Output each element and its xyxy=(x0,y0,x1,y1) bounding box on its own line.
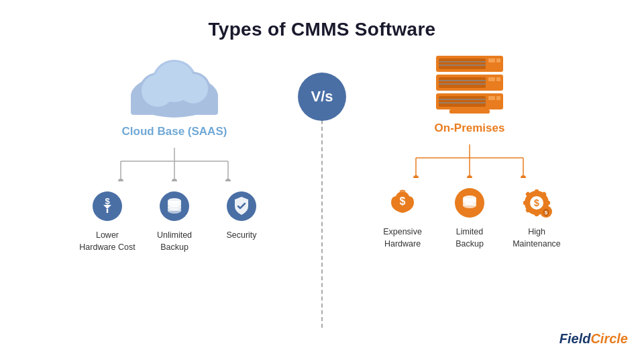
svg-rect-38 xyxy=(496,77,500,81)
database-limited-icon xyxy=(451,185,488,221)
svg-rect-67 xyxy=(545,201,550,205)
svg-text:$: $ xyxy=(534,197,539,208)
brand-circle-text: Circle xyxy=(590,331,628,347)
server-features: $ ExpensiveHardware xyxy=(372,185,567,250)
feature-unlimited-backup: UnlimitedBackup xyxy=(144,188,205,253)
svg-text:$: $ xyxy=(105,196,110,206)
on-premises-section: On-Premises xyxy=(362,52,577,250)
svg-rect-42 xyxy=(439,96,486,107)
svg-rect-66 xyxy=(523,201,528,205)
gear-dollar-icon: $ $ xyxy=(519,185,555,221)
svg-rect-44 xyxy=(496,96,500,100)
shield-check-icon xyxy=(223,188,260,224)
svg-point-13 xyxy=(118,179,123,181)
database-icon xyxy=(156,188,193,224)
feature-security-label: Security xyxy=(226,230,256,242)
dollar-bag-icon: $ xyxy=(384,185,421,221)
brand-field-text: Field xyxy=(559,331,591,347)
feature-limited-backup: LimitedBackup xyxy=(439,185,500,250)
svg-point-55 xyxy=(521,175,526,178)
svg-rect-64 xyxy=(535,189,539,194)
svg-point-27 xyxy=(168,208,181,214)
vs-label: V/s xyxy=(311,88,333,105)
server-icon xyxy=(429,52,510,116)
svg-point-62 xyxy=(463,203,476,208)
on-premises-label: On-Premises xyxy=(435,122,505,135)
feature-lower-hardware-cost-label: LowerHardware Cost xyxy=(79,230,135,253)
svg-rect-31 xyxy=(488,58,495,62)
svg-point-7 xyxy=(178,74,208,103)
feature-high-maintenance-label: HighMaintenance xyxy=(513,226,561,250)
feature-expensive-hardware-label: ExpensiveHardware xyxy=(383,226,422,250)
page: Types of CMMS Software Cloud xyxy=(0,0,644,356)
feature-lower-hardware-cost: $ LowerHardware Cost xyxy=(77,188,138,253)
svg-point-54 xyxy=(467,175,472,178)
svg-point-14 xyxy=(172,179,177,181)
cloud-base-section: Cloud Base (SAAS) xyxy=(67,52,282,253)
svg-rect-65 xyxy=(535,212,539,216)
svg-rect-43 xyxy=(488,96,495,100)
feature-high-maintenance: $ $ HighMaintenance xyxy=(506,185,567,250)
svg-rect-37 xyxy=(488,77,495,81)
dollar-down-icon: $ xyxy=(89,188,125,224)
cloud-branch: $ LowerHardware Cost xyxy=(67,148,282,253)
page-title: Types of CMMS Software xyxy=(208,19,435,40)
diagram-area: Cloud Base (SAAS) xyxy=(0,52,644,356)
brand-logo: Field Circle xyxy=(559,331,628,347)
svg-text:$: $ xyxy=(400,195,406,207)
svg-point-6 xyxy=(142,75,174,107)
feature-unlimited-backup-label: UnlimitedBackup xyxy=(157,230,192,253)
vs-circle: V/s xyxy=(298,73,346,121)
feature-security: Security xyxy=(211,188,272,242)
svg-point-15 xyxy=(225,179,231,181)
svg-rect-47 xyxy=(449,109,490,114)
cloud-icon xyxy=(121,52,228,120)
feature-limited-backup-label: LimitedBackup xyxy=(455,226,484,250)
vs-section: V/s xyxy=(282,73,362,121)
svg-rect-30 xyxy=(439,58,486,69)
feature-expensive-hardware: $ ExpensiveHardware xyxy=(372,185,433,250)
cloud-base-label: Cloud Base (SAAS) xyxy=(122,125,227,138)
server-branch: $ ExpensiveHardware xyxy=(362,144,577,250)
svg-rect-32 xyxy=(496,58,500,62)
svg-point-53 xyxy=(413,175,419,178)
cloud-features: $ LowerHardware Cost xyxy=(77,188,272,253)
svg-rect-36 xyxy=(439,77,486,88)
svg-text:$: $ xyxy=(545,210,548,216)
